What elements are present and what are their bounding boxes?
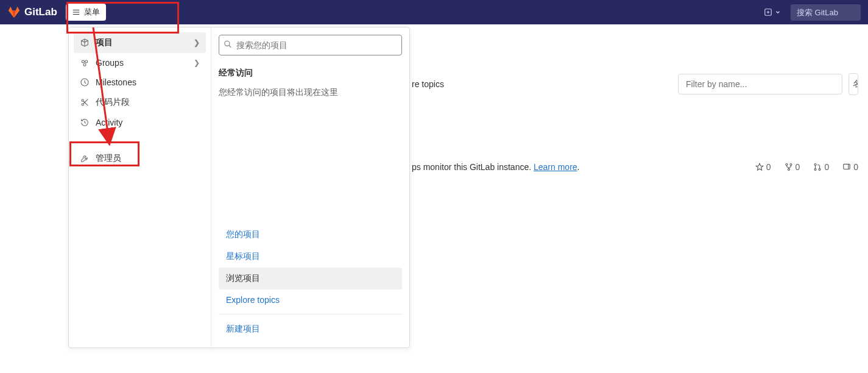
- star-icon: [755, 163, 764, 171]
- stat-mrs: 0: [813, 162, 829, 172]
- brand-text: GitLab: [24, 6, 57, 18]
- menu-item-label: Milestones: [96, 77, 136, 87]
- menu-left-column: 项目 ❯ Groups ❯ Milestones 代码片段 Activity 管…: [69, 27, 211, 347]
- stat-forks: 0: [785, 162, 800, 172]
- svg-point-14: [225, 41, 230, 46]
- project-icon: [80, 38, 90, 48]
- svg-point-2: [790, 163, 792, 165]
- nav-separator: [219, 314, 402, 314]
- new-dropdown[interactable]: [760, 5, 785, 19]
- menu-button-label: 菜单: [84, 7, 100, 18]
- monitor-text: ps monitor this GitLab instance. Learn m…: [412, 162, 579, 172]
- svg-point-12: [82, 99, 83, 101]
- menu-item-groups[interactable]: Groups ❯: [74, 53, 206, 73]
- menu-item-projects[interactable]: 项目 ❯: [74, 32, 206, 53]
- svg-rect-7: [844, 164, 850, 169]
- issue-icon: [842, 163, 851, 171]
- tanuki-icon: [7, 5, 21, 19]
- menu-item-snippets[interactable]: 代码片段: [74, 92, 206, 113]
- chevron-down-icon: [775, 9, 781, 15]
- menu-item-label: 管理员: [96, 153, 121, 164]
- menu-item-label: 项目: [96, 37, 113, 48]
- svg-point-3: [788, 169, 789, 171]
- menu-right-column: 经常访问 您经常访问的项目将出现在这里 您的项目 星标项目 浏览项目 Explo…: [211, 27, 409, 347]
- menu-item-label: 代码片段: [96, 97, 130, 108]
- main-menu-panel: 项目 ❯ Groups ❯ Milestones 代码片段 Activity 管…: [68, 27, 410, 348]
- nav-browse-projects[interactable]: 浏览项目: [219, 268, 402, 290]
- group-icon: [80, 58, 90, 68]
- svg-point-8: [82, 60, 84, 63]
- svg-point-1: [786, 163, 788, 165]
- chevron-right-icon: ❯: [194, 38, 200, 47]
- svg-point-6: [819, 169, 820, 171]
- topics-text: re topics: [412, 79, 444, 89]
- project-search-input[interactable]: [219, 35, 402, 55]
- chevron-right-icon: ❯: [194, 59, 200, 67]
- menu-item-label: Groups: [96, 58, 124, 68]
- sort-dropdown[interactable]: 名: [849, 73, 858, 95]
- svg-point-5: [814, 169, 816, 171]
- stat-issues: 0: [842, 162, 858, 172]
- svg-point-9: [85, 60, 88, 63]
- menu-item-admin[interactable]: 管理员: [74, 148, 206, 169]
- menu-item-activity[interactable]: Activity: [74, 113, 206, 132]
- nav-new-project[interactable]: 新建项目: [219, 318, 402, 340]
- wrench-icon: [80, 154, 90, 163]
- nav-your-projects[interactable]: 您的项目: [219, 224, 402, 246]
- freq-description: 您经常访问的项目将出现在这里: [219, 87, 402, 98]
- learn-more-link[interactable]: Learn more: [534, 162, 577, 172]
- filter-by-name-input[interactable]: [678, 74, 842, 94]
- nav-starred-projects[interactable]: 星标项目: [219, 246, 402, 268]
- svg-point-13: [82, 104, 83, 105]
- history-icon: [80, 118, 90, 127]
- scissors-icon: [80, 98, 90, 107]
- plus-square-icon: [764, 8, 772, 16]
- topbar: GitLab 菜单: [0, 0, 868, 24]
- nav-explore-topics[interactable]: Explore topics: [219, 290, 402, 310]
- menu-item-milestones[interactable]: Milestones: [74, 73, 206, 92]
- stat-stars: 0: [755, 162, 771, 172]
- gitlab-logo[interactable]: GitLab: [7, 5, 57, 19]
- menu-item-label: Activity: [96, 118, 122, 127]
- merge-request-icon: [813, 163, 822, 171]
- clock-icon: [80, 77, 90, 87]
- svg-point-10: [83, 63, 86, 66]
- hamburger-icon: [72, 8, 80, 16]
- menu-button[interactable]: 菜单: [66, 4, 106, 21]
- freq-heading: 经常访问: [219, 68, 402, 79]
- search-icon: [224, 40, 232, 51]
- svg-point-4: [814, 163, 816, 165]
- global-search-input[interactable]: [791, 4, 861, 21]
- fork-icon: [785, 163, 793, 171]
